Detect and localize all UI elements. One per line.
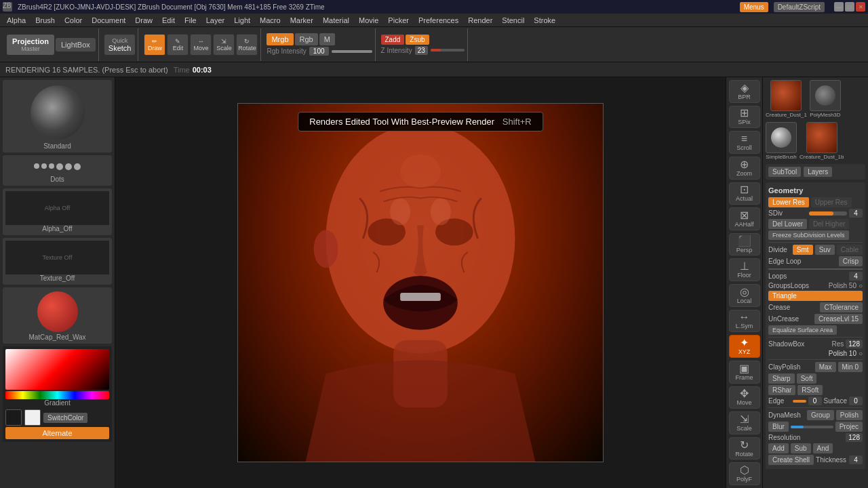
edge-slider[interactable] (793, 400, 806, 403)
blur-slider[interactable] (791, 426, 833, 428)
cable-button[interactable]: Cable (837, 245, 863, 255)
soft-button[interactable]: Soft (797, 373, 817, 384)
scroll-button[interactable]: ≡ Scroll (729, 131, 760, 154)
menu-picker[interactable]: Picker (384, 15, 413, 26)
rgb-button[interactable]: Rgb (295, 33, 318, 45)
switch-color-button[interactable]: SwitchColor (43, 413, 87, 423)
stroke-selector[interactable]: Dots (3, 155, 112, 186)
crisp-button[interactable]: Crisp (839, 256, 863, 266)
layers-button[interactable]: Layers (804, 167, 832, 177)
brush-selector[interactable]: Standard (3, 80, 112, 152)
frame-button[interactable]: ▣ Frame (729, 361, 760, 384)
bpr-button[interactable]: ◈ BPR (729, 80, 760, 103)
rshar-button[interactable]: RShar (768, 385, 795, 395)
menu-document[interactable]: Document (87, 15, 130, 26)
thumb-simplebrush[interactable] (766, 122, 797, 153)
lower-res-button[interactable]: Lower Res (768, 197, 809, 207)
canvas-frame[interactable]: Renders Edited Tool With Best-Preview Re… (237, 103, 604, 462)
edit-button[interactable]: ✎ Edit (167, 34, 189, 56)
local-button[interactable]: ◎ Local (729, 284, 760, 307)
suv-button[interactable]: Suv (815, 245, 835, 255)
menu-edit[interactable]: Edit (158, 15, 179, 26)
script-btn[interactable]: DefaultZScript (774, 2, 825, 12)
menu-file[interactable]: File (180, 15, 201, 26)
menu-macro[interactable]: Macro (256, 15, 285, 26)
menu-alpha[interactable]: Alpha (3, 15, 30, 26)
menu-movie[interactable]: Movie (355, 15, 382, 26)
min-button[interactable]: Min 0 (838, 362, 863, 372)
equalize-button[interactable]: Equalize Surface Area (768, 325, 837, 335)
zadd-button[interactable]: Zadd (381, 35, 405, 45)
menu-stroke[interactable]: Stroke (530, 15, 559, 26)
menu-layer[interactable]: Layer (202, 15, 229, 26)
floor-button[interactable]: ⊥ Floor (729, 258, 760, 281)
maximize-button[interactable]: □ (845, 2, 854, 12)
polyf-button[interactable]: ⬡ PolyF (729, 462, 760, 485)
material-selector[interactable]: MatCap_Red_Wax (3, 287, 112, 344)
thumb-creature-dust[interactable] (770, 80, 802, 111)
move-rt-button[interactable]: ✥ Move (729, 386, 760, 409)
edge-loop-slider-track[interactable] (768, 268, 863, 270)
close-button[interactable]: ✕ (856, 2, 865, 12)
lightbox-button[interactable]: LightBox (56, 38, 96, 52)
group-button[interactable]: Group (807, 410, 834, 420)
rotate-rt-button[interactable]: ↻ Rotate (729, 437, 760, 460)
create-shell-button[interactable]: Create Shell (768, 455, 814, 465)
sharp-button[interactable]: Sharp (768, 373, 795, 384)
persp-button[interactable]: ⬛ Persp (729, 233, 760, 256)
and-button[interactable]: And (813, 443, 833, 453)
swatch-white[interactable] (24, 409, 41, 426)
max-button[interactable]: Max (815, 362, 836, 372)
projection-master-button[interactable]: Projection Master (7, 35, 54, 55)
upper-res-button[interactable]: Upper Res (811, 197, 852, 207)
draw-button[interactable]: ✏ Draw (144, 34, 165, 56)
menu-color[interactable]: Color (60, 15, 86, 26)
zoom-button[interactable]: ⊕ Zoom (729, 157, 760, 180)
menu-marker[interactable]: Marker (286, 15, 317, 26)
spix-button[interactable]: ⊞ SPix (729, 106, 760, 129)
ctolerance-button[interactable]: CTolerance (820, 302, 863, 312)
color-hue-slider[interactable] (5, 391, 109, 399)
quick-sketch-button[interactable]: Quick Sketch (104, 35, 136, 55)
smt-button[interactable]: Smt (793, 245, 813, 255)
add-button[interactable]: Add (768, 443, 789, 453)
menu-draw[interactable]: Draw (131, 15, 157, 26)
del-higher-button[interactable]: Del Higher (809, 219, 849, 229)
menus-btn[interactable]: Menus (740, 2, 768, 12)
texture-selector[interactable]: Texture Off Texture_Off (3, 238, 112, 285)
actual-button[interactable]: ⊡ Actual (729, 182, 760, 205)
menu-stencil[interactable]: Stencil (498, 15, 528, 26)
rsoft-button[interactable]: RSoft (797, 385, 823, 395)
menu-material[interactable]: Material (319, 15, 353, 26)
freeze-button[interactable]: Freeze SubDivision Levels (768, 230, 849, 240)
lsym-button[interactable]: ↔ L.Sym (729, 310, 760, 333)
del-lower-button[interactable]: Del Lower (768, 219, 807, 229)
menu-render[interactable]: Render (464, 15, 496, 26)
polish-dm-button[interactable]: Polish (836, 410, 863, 420)
color-picker[interactable]: Gradient SwitchColor Alternate (3, 346, 112, 442)
sub-button[interactable]: Sub (791, 443, 811, 453)
thumb-polymesh[interactable] (810, 80, 841, 111)
scale-rt-button[interactable]: ⇲ Scale (729, 411, 760, 434)
minimize-button[interactable]: — (834, 2, 844, 12)
swatch-black[interactable] (5, 409, 22, 426)
rgb-intensity-slider[interactable] (332, 50, 372, 53)
alternate-button[interactable]: Alternate (5, 427, 109, 439)
blur-button[interactable]: Blur (768, 422, 789, 432)
rotate-tool-button[interactable]: ↻ Rotate (236, 34, 258, 56)
color-gradient[interactable] (5, 349, 109, 390)
xyz-button[interactable]: ✦ XYZ (729, 335, 760, 358)
projec-button[interactable]: Projec (835, 422, 863, 432)
alpha-selector[interactable]: Alpha Off Alpha_Off (3, 188, 112, 235)
geometry-title[interactable]: Geometry (768, 185, 863, 196)
thumb-creature-dust2[interactable] (806, 122, 837, 153)
menu-preferences[interactable]: Preferences (414, 15, 462, 26)
menu-light[interactable]: Light (230, 15, 254, 26)
triangle-button[interactable]: Triangle (768, 291, 863, 301)
zsub-button[interactable]: Zsub (406, 35, 429, 45)
m-button[interactable]: M (319, 33, 335, 45)
aahalf-button[interactable]: ⊠ AAHalf (729, 207, 760, 230)
sdiv-slider[interactable] (809, 211, 848, 216)
crease-lvl-button[interactable]: CreaseLvl 15 (814, 314, 863, 324)
canvas-area[interactable]: Renders Edited Tool With Best-Preview Re… (115, 77, 726, 488)
